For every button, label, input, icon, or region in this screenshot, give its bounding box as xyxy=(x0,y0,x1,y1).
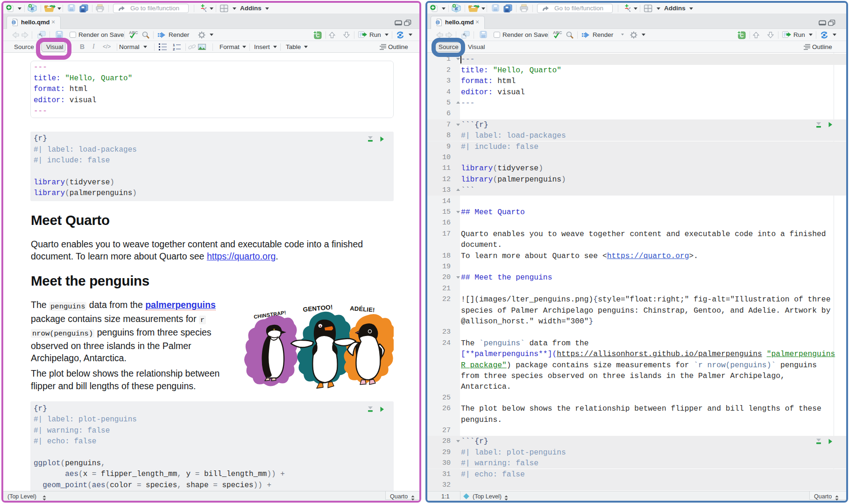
svg-text:2: 2 xyxy=(173,47,175,51)
svg-text:ADÉLIE!: ADÉLIE! xyxy=(350,305,375,314)
svg-text:GENTOO!: GENTOO! xyxy=(303,303,333,313)
svg-text:1: 1 xyxy=(173,43,175,47)
